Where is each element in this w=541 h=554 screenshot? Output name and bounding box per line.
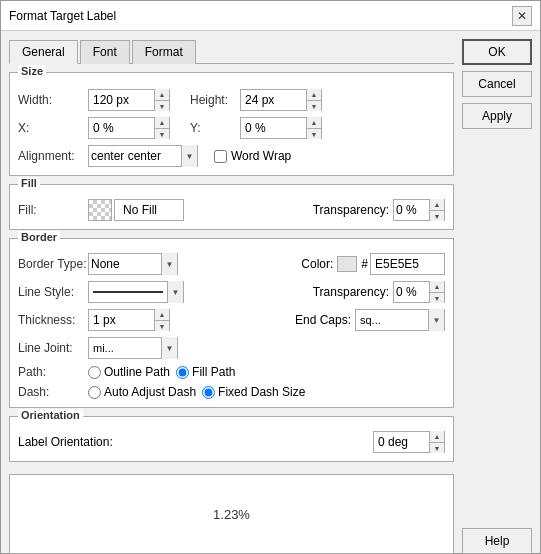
width-down-btn[interactable]: ▼ [155,100,169,111]
y-up-btn[interactable]: ▲ [307,117,321,128]
height-label: Height: [190,93,240,107]
label-orientation-input[interactable]: ▲ ▼ [373,431,445,453]
label-orientation-down-btn[interactable]: ▼ [430,442,444,453]
height-up-btn[interactable]: ▲ [307,89,321,100]
auto-dash-label: Auto Adjust Dash [104,385,196,399]
height-down-btn[interactable]: ▼ [307,100,321,111]
orientation-section: Orientation Label Orientation: ▲ ▼ [9,416,454,462]
end-caps-label: End Caps: [295,313,351,327]
tab-bar: General Font Format [9,39,454,64]
auto-dash-radio[interactable] [88,386,101,399]
tab-format[interactable]: Format [132,40,196,64]
path-radio-group: Outline Path Fill Path [88,365,235,379]
border-transparency-up-btn[interactable]: ▲ [430,281,444,292]
line-style-arrow[interactable]: ▼ [167,281,183,303]
line-joint-select[interactable]: mi... ▼ [88,337,178,359]
alignment-select[interactable]: center center ▼ [88,145,198,167]
thickness-label: Thickness: [18,313,88,327]
x-up-btn[interactable]: ▲ [155,117,169,128]
border-transparency-down-btn[interactable]: ▼ [430,292,444,303]
color-value: E5E5E5 [375,257,419,271]
transparency-up-btn[interactable]: ▲ [430,199,444,210]
apply-button[interactable]: Apply [462,103,532,129]
transparency-down-btn[interactable]: ▼ [430,210,444,221]
fixed-dash-option[interactable]: Fixed Dash Size [202,385,305,399]
border-transparency-label: Transparency: [313,285,389,299]
color-input[interactable]: E5E5E5 [370,253,445,275]
side-buttons: OK Cancel Apply Help [462,39,532,554]
x-down-btn[interactable]: ▼ [155,128,169,139]
color-preview[interactable] [337,256,357,272]
border-type-select[interactable]: None ▼ [88,253,178,275]
word-wrap-label: Word Wrap [231,149,291,163]
width-label: Width: [18,93,88,107]
border-type-label: Border Type: [18,257,88,271]
dash-label: Dash: [18,385,88,399]
alignment-arrow[interactable]: ▼ [181,145,197,167]
fill-path-radio[interactable] [176,366,189,379]
line-joint-arrow[interactable]: ▼ [161,337,177,359]
x-label: X: [18,121,88,135]
dialog-title: Format Target Label [9,9,116,23]
width-field[interactable] [89,90,154,110]
dialog: Format Target Label ✕ General Font Forma… [0,0,541,554]
color-row: # E5E5E5 [337,253,445,275]
y-field[interactable] [241,118,306,138]
fill-path-label: Fill Path [192,365,235,379]
transparency-input[interactable]: ▲ ▼ [393,199,445,221]
thickness-down-btn[interactable]: ▼ [155,320,169,331]
fill-label: Fill: [18,203,88,217]
word-wrap-checkbox[interactable] [214,150,227,163]
ok-button[interactable]: OK [462,39,532,65]
border-type-arrow[interactable]: ▼ [161,253,177,275]
height-field[interactable] [241,90,306,110]
thickness-input[interactable]: ▲ ▼ [88,309,170,331]
fill-preview[interactable] [88,199,112,221]
height-input[interactable]: ▲ ▼ [240,89,322,111]
border-transparency-field[interactable] [394,282,429,302]
fixed-dash-radio[interactable] [202,386,215,399]
transparency-field[interactable] [394,200,429,220]
line-style-label: Line Style: [18,285,88,299]
outline-path-option[interactable]: Outline Path [88,365,170,379]
outline-path-radio[interactable] [88,366,101,379]
x-input[interactable]: ▲ ▼ [88,117,170,139]
label-orientation-label: Label Orientation: [18,435,138,449]
auto-dash-option[interactable]: Auto Adjust Dash [88,385,196,399]
end-caps-value: sq... [356,314,428,326]
end-caps-select[interactable]: sq... ▼ [355,309,445,331]
path-label: Path: [18,365,88,379]
color-hash: # [361,257,368,271]
dash-radio-group: Auto Adjust Dash Fixed Dash Size [88,385,305,399]
label-orientation-up-btn[interactable]: ▲ [430,431,444,442]
label-orientation-field[interactable] [374,432,429,452]
main-panel: General Font Format Size Width: ▲ ▼ [9,39,454,554]
help-button[interactable]: Help [462,528,532,554]
size-section-title: Size [18,65,46,77]
tab-font[interactable]: Font [80,40,130,64]
border-section-title: Border [18,231,60,243]
cancel-button[interactable]: Cancel [462,71,532,97]
width-input[interactable]: ▲ ▼ [88,89,170,111]
border-transparency-input[interactable]: ▲ ▼ [393,281,445,303]
tab-general[interactable]: General [9,40,78,64]
fill-section: Fill Fill: No Fill Transparency: ▲ ▼ [9,184,454,230]
fill-path-option[interactable]: Fill Path [176,365,235,379]
fill-value: No Fill [114,199,184,221]
preview-text: 1.23% [213,507,250,522]
line-joint-value: mi... [89,342,161,354]
alignment-dropdown[interactable]: center center [89,146,181,166]
y-input[interactable]: ▲ ▼ [240,117,322,139]
size-section: Size Width: ▲ ▼ Height: [9,72,454,176]
line-style-select[interactable]: ▼ [88,281,184,303]
width-up-btn[interactable]: ▲ [155,89,169,100]
thickness-field[interactable] [89,310,154,330]
transparency-label: Transparency: [313,203,389,217]
close-button[interactable]: ✕ [512,6,532,26]
alignment-label: Alignment: [18,149,88,163]
y-down-btn[interactable]: ▼ [307,128,321,139]
border-type-dropdown[interactable]: None [89,254,161,274]
x-field[interactable] [89,118,154,138]
end-caps-arrow[interactable]: ▼ [428,309,444,331]
thickness-up-btn[interactable]: ▲ [155,309,169,320]
